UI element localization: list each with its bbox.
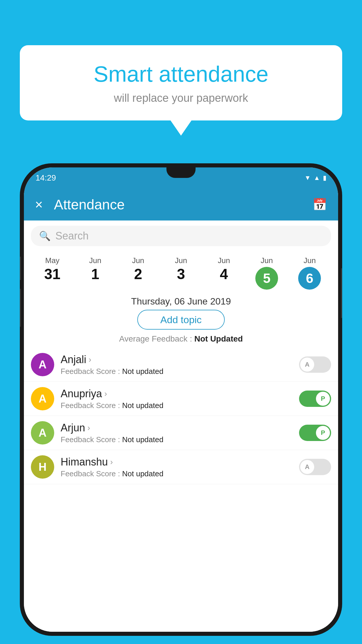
toggle-knob-himanshu: A <box>300 460 314 474</box>
calendar-day-jun5[interactable]: Jun 5 <box>245 254 288 291</box>
search-bar[interactable]: 🔍 Search <box>31 226 331 246</box>
student-item-arjun[interactable]: A Arjun › Feedback Score : Not updated P <box>24 416 338 450</box>
status-bar: 14:29 ▼ ▲ ▮ <box>24 167 338 188</box>
phone-inner: 14:29 ▼ ▲ ▮ × Attendance 📅 🔍 Search <box>24 167 338 632</box>
speech-bubble-container: Smart attendance will replace your paper… <box>20 45 342 120</box>
student-feedback-himanshu: Feedback Score : Not updated <box>61 469 299 478</box>
calendar-day-jun2[interactable]: Jun 2 <box>117 254 159 283</box>
student-name-anupriya: Anupriya › <box>61 388 299 400</box>
student-info-arjun: Arjun › Feedback Score : Not updated <box>61 422 299 444</box>
add-topic-button[interactable]: Add topic <box>137 310 225 330</box>
toggle-anjali[interactable]: A <box>299 356 331 373</box>
calendar-icon[interactable]: 📅 <box>312 198 327 211</box>
student-info-anjali: Anjali › Feedback Score : Not updated <box>61 354 299 376</box>
calendar-day-jun6[interactable]: Jun 6 <box>288 254 331 291</box>
app-bar: × Attendance 📅 <box>24 188 338 220</box>
student-item-himanshu[interactable]: H Himanshu › Feedback Score : Not update… <box>24 450 338 484</box>
toggle-knob-anupriya: P <box>316 392 330 406</box>
add-topic-label: Add topic <box>160 314 202 326</box>
notch <box>166 167 196 178</box>
signal-icon: ▲ <box>314 174 320 182</box>
toggle-arjun[interactable]: P <box>299 425 331 441</box>
student-item-anjali[interactable]: A Anjali › Feedback Score : Not updated … <box>24 348 338 382</box>
toggle-knob-arjun: P <box>316 426 330 440</box>
student-info-anupriya: Anupriya › Feedback Score : Not updated <box>61 388 299 410</box>
calendar-strip: May 31 Jun 1 Jun 2 Jun 3 <box>24 251 338 291</box>
phone-frame: 14:29 ▼ ▲ ▮ × Attendance 📅 🔍 Search <box>20 163 342 636</box>
phone-button-left <box>20 257 21 280</box>
student-name-anjali: Anjali › <box>61 354 299 366</box>
calendar-day-may31[interactable]: May 31 <box>31 254 74 283</box>
phone-button-right <box>341 268 342 318</box>
calendar-day-jun4[interactable]: Jun 4 <box>203 254 245 283</box>
calendar-day-jun1[interactable]: Jun 1 <box>74 254 117 283</box>
student-item-anupriya[interactable]: A Anupriya › Feedback Score : Not update… <box>24 382 338 416</box>
search-icon: 🔍 <box>39 230 51 242</box>
app-title: Attendance <box>54 197 312 213</box>
student-feedback-arjun: Feedback Score : Not updated <box>61 435 299 444</box>
avatar-himanshu: H <box>31 455 54 479</box>
student-name-himanshu: Himanshu › <box>61 456 299 468</box>
student-feedback-anupriya: Feedback Score : Not updated <box>61 401 299 410</box>
chevron-icon: › <box>110 457 113 467</box>
chevron-icon: › <box>87 423 90 433</box>
avg-feedback: Average Feedback : Not Updated <box>24 334 338 344</box>
student-name-arjun: Arjun › <box>61 422 299 434</box>
speech-bubble: Smart attendance will replace your paper… <box>20 45 342 120</box>
close-button[interactable]: × <box>35 198 43 211</box>
avatar-arjun: A <box>31 421 54 444</box>
toggle-himanshu[interactable]: A <box>299 459 331 475</box>
student-info-himanshu: Himanshu › Feedback Score : Not updated <box>61 456 299 478</box>
status-time: 14:29 <box>36 173 56 183</box>
chevron-icon: › <box>89 355 91 364</box>
selected-date-label: Thursday, 06 June 2019 <box>24 296 338 307</box>
calendar-day-jun3[interactable]: Jun 3 <box>159 254 202 283</box>
toggle-anupriya[interactable]: P <box>299 391 331 407</box>
wifi-icon: ▼ <box>304 174 311 182</box>
screen-content: 🔍 Search May 31 Jun 1 Jun 2 <box>24 220 338 632</box>
chevron-icon: › <box>104 389 107 398</box>
status-icons: ▼ ▲ ▮ <box>304 174 326 182</box>
search-placeholder: Search <box>55 230 89 242</box>
student-list: A Anjali › Feedback Score : Not updated … <box>24 348 338 632</box>
bubble-title: Smart attendance <box>37 61 325 87</box>
toggle-knob-anjali: A <box>300 358 314 372</box>
bubble-subtitle: will replace your paperwork <box>37 92 325 104</box>
avatar-anupriya: A <box>31 387 54 410</box>
student-feedback-anjali: Feedback Score : Not updated <box>61 367 299 376</box>
avatar-anjali: A <box>31 353 54 376</box>
phone-button-left2 <box>20 289 21 327</box>
battery-icon: ▮ <box>323 174 326 182</box>
